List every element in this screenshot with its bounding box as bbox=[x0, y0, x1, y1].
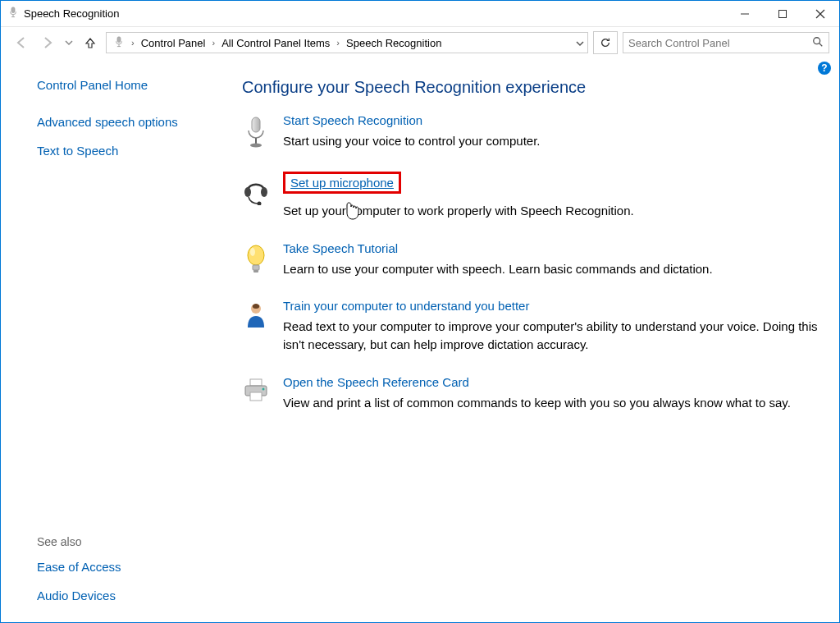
search-placeholder: Search Control Panel bbox=[628, 37, 812, 49]
address-box[interactable]: › Control Panel › All Control Panel Item… bbox=[106, 32, 588, 53]
entry-setup-microphone: Set up microphone Set up your computer t… bbox=[242, 172, 823, 220]
text-to-speech-link[interactable]: Text to Speech bbox=[37, 144, 224, 158]
svg-rect-20 bbox=[253, 265, 259, 270]
microphone-icon bbox=[242, 113, 270, 149]
page-title: Configure your Speech Recognition experi… bbox=[242, 78, 823, 97]
svg-rect-0 bbox=[11, 7, 15, 13]
see-also-header: See also bbox=[37, 535, 224, 548]
window-title: Speech Recognition bbox=[24, 7, 119, 20]
train-computer-link[interactable]: Train your computer to understand you be… bbox=[283, 299, 529, 313]
entry-train: Train your computer to understand you be… bbox=[242, 299, 823, 354]
search-input[interactable]: Search Control Panel bbox=[623, 32, 829, 53]
svg-point-15 bbox=[244, 187, 251, 197]
search-icon bbox=[812, 36, 824, 50]
refresh-button[interactable] bbox=[593, 31, 618, 54]
highlight-box: Set up microphone bbox=[283, 172, 401, 194]
recent-dropdown[interactable] bbox=[63, 32, 75, 53]
breadcrumb-speech-recognition[interactable]: Speech Recognition bbox=[343, 37, 445, 49]
setup-microphone-link[interactable]: Set up microphone bbox=[290, 176, 394, 190]
svg-point-19 bbox=[250, 248, 255, 256]
main-panel: Configure your Speech Recognition experi… bbox=[224, 58, 839, 622]
entry-description: Read text to your computer to improve yo… bbox=[283, 318, 823, 354]
window: Speech Recognition bbox=[0, 0, 840, 623]
titlebar: Speech Recognition bbox=[1, 1, 839, 27]
person-icon bbox=[242, 299, 270, 329]
entry-tutorial: Take Speech Tutorial Learn to use your c… bbox=[242, 241, 823, 278]
chevron-right-icon: › bbox=[333, 38, 343, 48]
up-button[interactable] bbox=[80, 32, 101, 53]
breadcrumb-all-items[interactable]: All Control Panel Items bbox=[218, 37, 333, 49]
ease-of-access-link[interactable]: Ease of Access bbox=[37, 560, 224, 574]
advanced-speech-options-link[interactable]: Advanced speech options bbox=[37, 115, 224, 129]
chevron-right-icon: › bbox=[208, 38, 218, 48]
svg-rect-7 bbox=[117, 36, 121, 42]
svg-rect-12 bbox=[252, 117, 260, 132]
take-tutorial-link[interactable]: Take Speech Tutorial bbox=[283, 241, 398, 255]
close-button[interactable] bbox=[801, 1, 839, 26]
breadcrumb-control-panel[interactable]: Control Panel bbox=[138, 37, 209, 49]
chevron-right-icon: › bbox=[128, 38, 138, 48]
control-panel-home-link[interactable]: Control Panel Home bbox=[37, 78, 224, 92]
svg-point-18 bbox=[248, 245, 264, 265]
svg-point-14 bbox=[250, 144, 262, 148]
address-row: › Control Panel › All Control Panel Item… bbox=[1, 27, 839, 58]
minimize-button[interactable] bbox=[726, 1, 764, 26]
left-panel: Control Panel Home Advanced speech optio… bbox=[1, 58, 224, 622]
entry-start-speech: Start Speech Recognition Start using you… bbox=[242, 113, 823, 150]
svg-point-26 bbox=[262, 387, 265, 390]
open-reference-card-link[interactable]: Open the Speech Reference Card bbox=[283, 375, 469, 389]
maximize-button[interactable] bbox=[764, 1, 801, 26]
audio-devices-link[interactable]: Audio Devices bbox=[37, 589, 224, 602]
microphone-icon bbox=[113, 36, 125, 50]
printer-icon bbox=[242, 375, 270, 402]
chevron-down-icon[interactable] bbox=[576, 36, 584, 50]
svg-rect-23 bbox=[250, 379, 262, 386]
start-speech-recognition-link[interactable]: Start Speech Recognition bbox=[283, 113, 422, 127]
headset-icon bbox=[242, 172, 270, 205]
microphone-icon bbox=[7, 7, 19, 21]
svg-point-16 bbox=[261, 187, 267, 197]
content-body: ? Control Panel Home Advanced speech opt… bbox=[1, 58, 839, 622]
entry-description: Set up your computer to work properly wi… bbox=[283, 202, 823, 220]
entry-reference-card: Open the Speech Reference Card View and … bbox=[242, 375, 823, 412]
entry-description: View and print a list of common commands… bbox=[283, 394, 823, 412]
svg-rect-4 bbox=[779, 10, 787, 17]
svg-rect-25 bbox=[250, 392, 262, 401]
forward-button[interactable] bbox=[37, 32, 58, 53]
svg-point-17 bbox=[258, 201, 262, 205]
entry-description: Learn to use your computer with speech. … bbox=[283, 260, 823, 278]
svg-rect-21 bbox=[253, 270, 258, 273]
lightbulb-icon bbox=[242, 241, 270, 275]
svg-point-10 bbox=[814, 37, 820, 44]
svg-line-11 bbox=[819, 43, 823, 46]
entry-description: Start using your voice to control your c… bbox=[283, 132, 823, 150]
back-button[interactable] bbox=[11, 32, 32, 53]
